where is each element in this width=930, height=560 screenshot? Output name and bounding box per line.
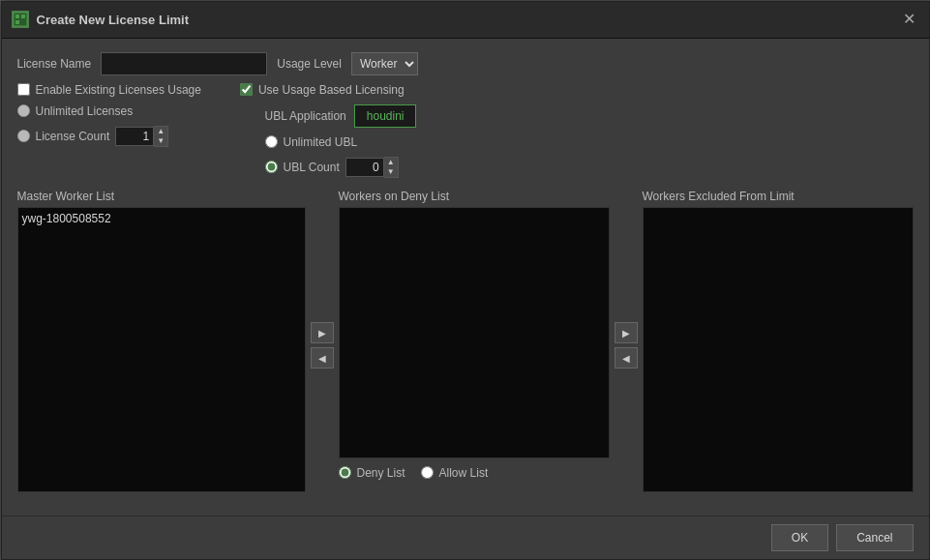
ubl-count-row: UBL Count ▲ ▼ [265,157,914,178]
deny-list-box[interactable] [339,207,610,458]
license-count-row: License Count ▲ ▼ [17,126,250,147]
unlimited-ubl-label: Unlimited UBL [284,135,358,149]
enable-existing-checkbox[interactable] [17,83,30,96]
usage-level-label: Usage Level [277,57,342,71]
ubl-count-input[interactable] [345,158,384,177]
deny-list-radio-label: Deny List [357,466,405,480]
usage-level-select[interactable]: Worker Group Farm [351,52,418,75]
allow-list-radio[interactable] [421,466,434,479]
ubl-count-spin-buttons: ▲ ▼ [384,157,399,178]
ok-button[interactable]: OK [771,524,828,551]
ubl-app-button[interactable]: houdini [354,104,417,128]
unlimited-ubl-radio[interactable] [265,135,278,148]
exclude-list-box[interactable] [643,207,914,492]
svg-rect-1 [15,15,19,18]
unlimited-licenses-label: Unlimited Licenses [36,104,134,118]
ubl-app-row: UBL Application houdini [265,104,914,128]
enable-existing-label: Enable Existing Licenses Usage [36,83,201,97]
license-row: License Name Usage Level Worker Group Fa… [17,52,914,75]
deny-radio-row: Deny List Allow List [339,466,610,480]
master-list-label: Master Worker List [17,190,306,203]
ubl-app-label: UBL Application [265,109,346,123]
deny-list-radio[interactable] [339,466,351,479]
lists-area: Master Worker List ywg-1800508552 ▶ ◀ Wo… [17,190,914,502]
license-count-input[interactable] [115,127,154,146]
move-from-exclude-button[interactable]: ◀ [615,347,638,368]
license-options-col: Unlimited Licenses License Count ▲ ▼ [17,104,250,178]
unlimited-ubl-row: Unlimited UBL [265,135,914,149]
close-button[interactable]: ✕ [899,12,919,27]
svg-rect-3 [15,20,19,24]
list-item[interactable]: ywg-1800508552 [22,212,301,225]
license-name-input[interactable] [101,52,267,75]
checkbox-row: Enable Existing Licenses Usage Use Usage… [17,83,914,97]
exclude-list-section: Workers Excluded From Limit [643,190,914,502]
dialog: Create New License Limit ✕ License Name … [1,1,930,560]
title-bar: Create New License Limit ✕ [2,2,929,39]
deny-list-radio-row: Deny List [339,466,405,480]
arrow-col-1: ▶ ◀ [306,190,339,502]
unlimited-licenses-row: Unlimited Licenses [17,104,250,118]
ubl-count-up-button[interactable]: ▲ [384,158,398,167]
use-ubl-row: Use Usage Based Licensing [240,83,405,97]
footer: OK Cancel [2,516,929,559]
ubl-count-spinner: ▲ ▼ [345,157,399,178]
move-to-deny-button[interactable]: ▶ [311,322,334,343]
use-ubl-label: Use Usage Based Licensing [258,83,405,97]
move-from-deny-button[interactable]: ◀ [311,347,334,368]
ubl-count-label: UBL Count [284,161,340,174]
license-count-down-button[interactable]: ▼ [154,136,167,146]
dialog-title: Create New License Limit [37,13,190,27]
license-count-spinner: ▲ ▼ [115,126,168,147]
app-icon [12,11,29,28]
title-bar-left: Create New License Limit [12,11,190,28]
master-list-box[interactable]: ywg-1800508552 [17,207,306,492]
license-count-spin-buttons: ▲ ▼ [154,126,168,147]
dialog-content: License Name Usage Level Worker Group Fa… [2,39,929,516]
use-ubl-checkbox[interactable] [240,83,253,96]
svg-rect-2 [21,15,25,18]
allow-list-radio-label: Allow List [439,466,489,480]
ubl-count-radio[interactable] [265,161,278,173]
allow-list-radio-row: Allow List [421,466,489,480]
license-name-label: License Name [17,57,92,71]
exclude-list-label: Workers Excluded From Limit [643,190,914,203]
license-count-up-button[interactable]: ▲ [154,127,167,136]
cancel-button[interactable]: Cancel [836,524,913,551]
two-col-area: Unlimited Licenses License Count ▲ ▼ [17,104,914,178]
arrow-col-2: ▶ ◀ [610,190,643,502]
deny-list-section: Workers on Deny List Deny List Allow Lis… [339,190,610,502]
move-to-exclude-button[interactable]: ▶ [615,322,638,343]
license-count-radio[interactable] [17,130,30,142]
enable-existing-row: Enable Existing Licenses Usage [17,83,201,97]
ubl-count-down-button[interactable]: ▼ [384,167,398,177]
unlimited-licenses-radio[interactable] [17,104,30,117]
license-count-label: License Count [36,130,110,143]
ubl-options-col: UBL Application houdini Unlimited UBL UB… [265,104,914,178]
master-list-section: Master Worker List ywg-1800508552 [17,190,306,502]
deny-list-label: Workers on Deny List [339,190,610,203]
